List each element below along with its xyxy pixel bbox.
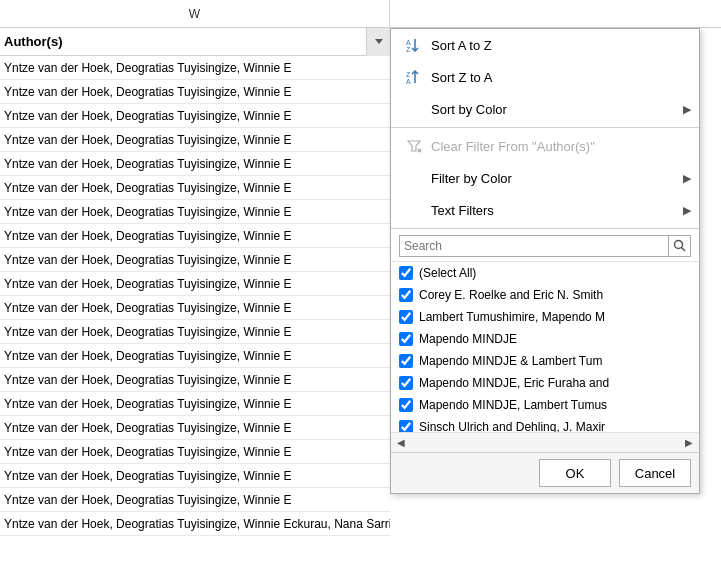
separator-2 (391, 228, 699, 229)
sort-by-color-chevron: ▶ (683, 103, 691, 116)
table-row: Yntze van der Hoek, Deogratias Tuyisingi… (0, 464, 390, 488)
checklist-item-label: (Select All) (419, 266, 476, 280)
list-item[interactable]: Mapendo MINDJE (391, 328, 699, 350)
checklist-item-label: Lambert Tumushimire, Mapendo M (419, 310, 605, 324)
authors-column-header: Author(s) (0, 34, 366, 49)
table-row: Yntze van der Hoek, Deogratias Tuyisingi… (0, 104, 390, 128)
table-row: Yntze van der Hoek, Deogratias Tuyisingi… (0, 440, 390, 464)
table-row: Yntze van der Hoek, Deogratias Tuyisingi… (0, 512, 390, 536)
table-row: Yntze van der Hoek, Deogratias Tuyisingi… (0, 368, 390, 392)
sort-za-icon: Z A (403, 68, 425, 86)
table-row: Yntze van der Hoek, Deogratias Tuyisingi… (0, 416, 390, 440)
svg-line-9 (681, 248, 685, 252)
menu-item-sort-az[interactable]: A Z Sort A to Z (391, 29, 699, 61)
table-row: Yntze van der Hoek, Deogratias Tuyisingi… (0, 248, 390, 272)
filter-by-color-label: Filter by Color (431, 171, 512, 186)
menu-item-sort-za[interactable]: Z A Sort Z to A (391, 61, 699, 93)
table-row: Yntze van der Hoek, Deogratias Tuyisingi… (0, 272, 390, 296)
checklist-item-label: Mapendo MINDJE & Lambert Tum (419, 354, 602, 368)
svg-point-8 (674, 241, 682, 249)
table-row: Yntze van der Hoek, Deogratias Tuyisingi… (0, 392, 390, 416)
scroll-right-button[interactable]: ▶ (679, 433, 699, 453)
checklist-checkbox[interactable] (399, 398, 413, 412)
table-row: Yntze van der Hoek, Deogratias Tuyisingi… (0, 128, 390, 152)
list-item[interactable]: Mapendo MINDJE, Lambert Tumus (391, 394, 699, 416)
menu-item-filter-by-color[interactable]: Filter by Color ▶ (391, 162, 699, 194)
checklist-item-label: Mapendo MINDJE, Lambert Tumus (419, 398, 607, 412)
svg-text:A: A (406, 78, 411, 85)
dialog-buttons: OK Cancel (391, 452, 699, 493)
search-input[interactable] (399, 235, 669, 257)
checklist-checkbox[interactable] (399, 288, 413, 302)
clear-filter-label: Clear Filter From "Author(s)" (431, 139, 595, 154)
search-icon (673, 239, 687, 253)
list-item[interactable]: Lambert Tumushimire, Mapendo M (391, 306, 699, 328)
ok-button[interactable]: OK (539, 459, 611, 487)
sort-za-label: Sort Z to A (431, 70, 492, 85)
checklist-checkbox[interactable] (399, 332, 413, 346)
filter-by-color-chevron: ▶ (683, 172, 691, 185)
authors-header: Author(s) (0, 28, 390, 56)
checklist-item-label: Mapendo MINDJE, Eric Furaha and (419, 376, 609, 390)
filter-dropdown-menu: A Z Sort A to Z Z A Sort Z to A (390, 28, 700, 494)
list-item[interactable]: (Select All) (391, 262, 699, 284)
svg-text:A: A (406, 39, 411, 46)
authors-dropdown-button[interactable] (366, 28, 390, 56)
sort-az-label: Sort A to Z (431, 38, 492, 53)
column-w-label: W (0, 0, 390, 28)
separator-1 (391, 127, 699, 128)
table-row: Yntze van der Hoek, Deogratias Tuyisingi… (0, 224, 390, 248)
text-filters-label: Text Filters (431, 203, 494, 218)
svg-text:Z: Z (406, 71, 411, 78)
column-header: W (0, 0, 721, 28)
list-item[interactable]: Mapendo MINDJE & Lambert Tum (391, 350, 699, 372)
checklist-checkbox[interactable] (399, 420, 413, 432)
checklist-item-label: Corey E. Roelke and Eric N. Smith (419, 288, 603, 302)
checklist-item-label: Mapendo MINDJE (419, 332, 517, 346)
checklist-item-label: Sinsch Ulrich and Dehling, J. Maxir (419, 420, 605, 432)
table-row: Yntze van der Hoek, Deogratias Tuyisingi… (0, 488, 390, 512)
list-item[interactable]: Sinsch Ulrich and Dehling, J. Maxir (391, 416, 699, 432)
text-filters-chevron: ▶ (683, 204, 691, 217)
table-row: Yntze van der Hoek, Deogratias Tuyisingi… (0, 200, 390, 224)
cancel-button[interactable]: Cancel (619, 459, 691, 487)
menu-item-sort-by-color[interactable]: Sort by Color ▶ (391, 93, 699, 125)
search-button[interactable] (669, 235, 691, 257)
filter-checklist[interactable]: (Select All)Corey E. Roelke and Eric N. … (391, 262, 699, 432)
menu-item-text-filters[interactable]: Text Filters ▶ (391, 194, 699, 226)
table-row: Yntze van der Hoek, Deogratias Tuyisingi… (0, 80, 390, 104)
svg-text:Z: Z (406, 46, 411, 53)
clear-filter-icon (403, 138, 425, 154)
table-row: Yntze van der Hoek, Deogratias Tuyisingi… (0, 296, 390, 320)
checklist-checkbox[interactable] (399, 266, 413, 280)
checklist-checkbox[interactable] (399, 354, 413, 368)
list-nav: ◀ ▶ (391, 432, 699, 452)
checklist-checkbox[interactable] (399, 310, 413, 324)
sort-by-color-label: Sort by Color (431, 102, 507, 117)
search-section (391, 231, 699, 262)
table-row: Yntze van der Hoek, Deogratias Tuyisingi… (0, 56, 390, 80)
sort-az-icon: A Z (403, 36, 425, 54)
table-row: Yntze van der Hoek, Deogratias Tuyisingi… (0, 152, 390, 176)
spreadsheet-area: W Author(s) Yntze van der Hoek, Deograti… (0, 0, 721, 588)
dropdown-arrow-icon (375, 39, 383, 44)
list-item[interactable]: Corey E. Roelke and Eric N. Smith (391, 284, 699, 306)
table-row: Yntze van der Hoek, Deogratias Tuyisingi… (0, 320, 390, 344)
menu-item-clear-filter: Clear Filter From "Author(s)" (391, 130, 699, 162)
table-row: Yntze van der Hoek, Deogratias Tuyisingi… (0, 176, 390, 200)
checklist-checkbox[interactable] (399, 376, 413, 390)
list-item[interactable]: Mapendo MINDJE, Eric Furaha and (391, 372, 699, 394)
scroll-left-button[interactable]: ◀ (391, 433, 411, 453)
data-rows: Yntze van der Hoek, Deogratias Tuyisingi… (0, 56, 390, 536)
table-row: Yntze van der Hoek, Deogratias Tuyisingi… (0, 344, 390, 368)
